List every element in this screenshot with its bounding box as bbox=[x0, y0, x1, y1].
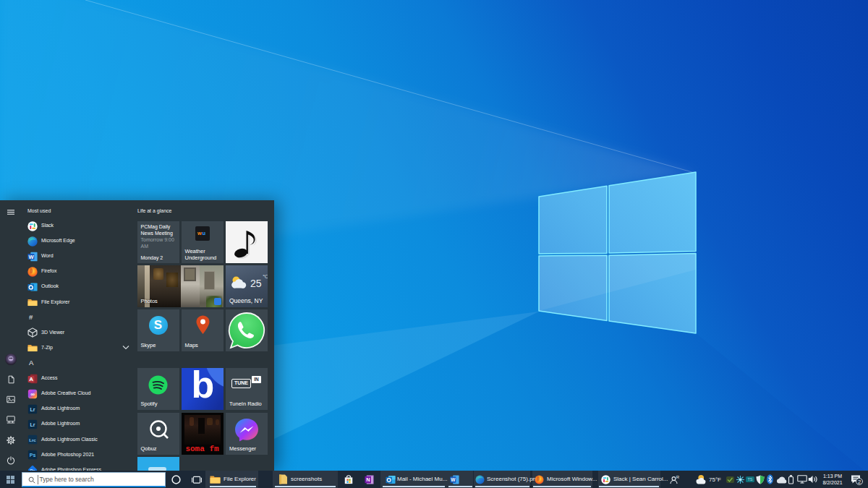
svg-text:TS: TS bbox=[747, 477, 752, 481]
svg-text:Lr: Lr bbox=[30, 421, 35, 427]
svg-text:Ps: Ps bbox=[30, 453, 36, 458]
svg-text:R: R bbox=[676, 475, 680, 479]
svg-text:Lr: Lr bbox=[30, 406, 35, 411]
svg-text:W: W bbox=[28, 253, 34, 260]
svg-text:W: W bbox=[451, 476, 456, 481]
svg-text:A: A bbox=[29, 375, 33, 382]
svg-text:Lrc: Lrc bbox=[29, 438, 36, 442]
svg-text:N: N bbox=[366, 476, 370, 483]
svg-text:∞: ∞ bbox=[30, 390, 35, 397]
